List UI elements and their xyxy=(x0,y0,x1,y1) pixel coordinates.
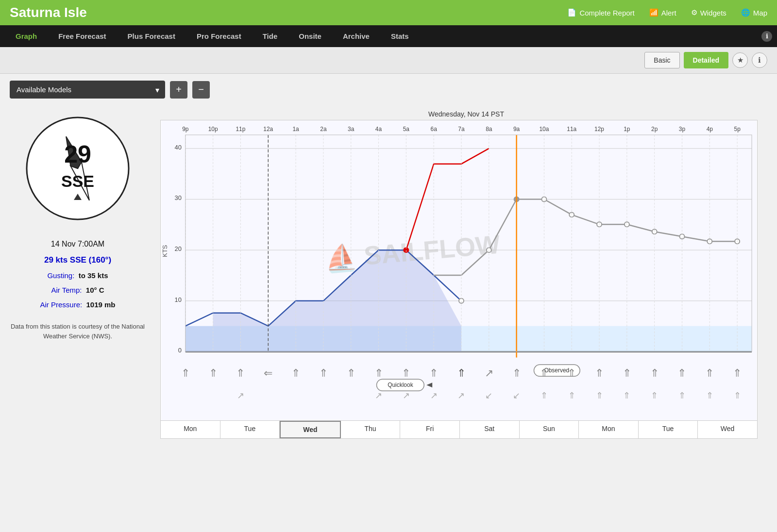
svg-text:⇑: ⇑ xyxy=(678,391,686,400)
favorite-button[interactable]: ★ xyxy=(732,52,748,68)
detailed-view-button[interactable]: Detailed xyxy=(684,52,728,68)
svg-text:KTS: KTS xyxy=(161,245,169,257)
svg-text:⇑: ⇑ xyxy=(236,367,245,379)
air-pressure-value: 1019 mb xyxy=(86,300,116,309)
gusting-value: to 35 kts xyxy=(79,271,108,280)
svg-text:⇑: ⇑ xyxy=(596,391,603,400)
day-nav: Mon Tue Wed Thu Fri Sat Sun Mon Tue Wed xyxy=(160,421,758,439)
info-air-pressure: Air Pressure: 1019 mb xyxy=(40,298,115,312)
info-air-temp: Air Temp: 10° C xyxy=(40,283,115,298)
day-label: Wednesday, Nov 14 PST xyxy=(160,110,772,118)
chart-area: Wednesday, Nov 14 PST 40 30 20 10 0 KTS xyxy=(155,110,777,439)
svg-text:5p: 5p xyxy=(734,126,741,133)
air-pressure-label: Air Pressure: xyxy=(40,300,82,309)
svg-text:⇑: ⇑ xyxy=(540,367,548,379)
day-nav-thu[interactable]: Thu xyxy=(341,421,401,438)
svg-text:11p: 11p xyxy=(236,126,245,133)
svg-text:↗: ↗ xyxy=(430,391,438,400)
nav-item-pro-forecast[interactable]: Pro Forecast xyxy=(186,25,252,47)
svg-text:10p: 10p xyxy=(208,126,218,133)
day-nav-sat[interactable]: Sat xyxy=(460,421,520,438)
widgets-link[interactable]: ⚙ Widgets xyxy=(691,8,726,17)
alert-link[interactable]: 📶 Alert xyxy=(649,8,676,17)
models-select[interactable]: Available Models xyxy=(10,81,165,99)
zoom-out-button[interactable]: − xyxy=(192,81,210,99)
svg-text:Quicklook: Quicklook xyxy=(388,382,413,388)
models-select-wrap: Available Models xyxy=(10,81,165,99)
nav-item-plus-forecast[interactable]: Plus Forecast xyxy=(117,25,186,47)
svg-text:⇑: ⇑ xyxy=(734,391,741,400)
svg-text:⇑: ⇑ xyxy=(512,367,521,379)
svg-text:⇑: ⇑ xyxy=(678,367,687,379)
nws-note: Data from this station is courtesy of th… xyxy=(10,322,146,341)
svg-text:⇑: ⇑ xyxy=(650,367,659,379)
svg-text:⇑: ⇑ xyxy=(291,367,300,379)
nav-item-tide[interactable]: Tide xyxy=(252,25,288,47)
day-nav-mon2[interactable]: Mon xyxy=(579,421,639,438)
star-icon: ★ xyxy=(737,56,743,65)
svg-text:10a: 10a xyxy=(539,126,549,133)
svg-text:4p: 4p xyxy=(707,126,713,133)
svg-text:2p: 2p xyxy=(651,126,658,133)
header-links: 📄 Complete Report 📶 Alert ⚙ Widgets 🌐 Ma… xyxy=(567,8,767,17)
models-row: Available Models + − xyxy=(0,74,777,105)
day-nav-wed[interactable]: Wed xyxy=(280,421,341,438)
svg-text:3p: 3p xyxy=(679,126,686,133)
svg-text:⇑: ⇑ xyxy=(181,367,190,379)
day-nav-sun[interactable]: Sun xyxy=(520,421,579,438)
svg-text:↗: ↗ xyxy=(403,391,410,400)
svg-text:⇑: ⇑ xyxy=(541,391,548,400)
svg-text:⇐: ⇐ xyxy=(264,367,272,379)
info-speed: 29 kts SSE (160°) xyxy=(40,252,115,268)
basic-view-button[interactable]: Basic xyxy=(644,52,679,68)
svg-text:1p: 1p xyxy=(624,126,630,133)
info-box: 14 Nov 7:00AM 29 kts SSE (160°) Gusting:… xyxy=(40,236,115,312)
nav-item-free-forecast[interactable]: Free Forecast xyxy=(48,25,117,47)
svg-text:11a: 11a xyxy=(567,126,576,133)
day-nav-tue2[interactable]: Tue xyxy=(639,421,698,438)
map-link[interactable]: 🌐 Map xyxy=(741,8,767,17)
svg-text:9a: 9a xyxy=(513,126,520,133)
compass-svg: 29 SSE xyxy=(24,115,131,222)
svg-text:⇑: ⇑ xyxy=(595,367,604,379)
svg-text:⇑: ⇑ xyxy=(347,367,355,379)
zoom-in-button[interactable]: + xyxy=(170,81,187,99)
left-panel: 29 SSE 14 Nov 7:00AM 29 kts SSE (160°) G… xyxy=(0,110,155,439)
svg-text:2a: 2a xyxy=(320,126,327,133)
day-nav-tue[interactable]: Tue xyxy=(220,421,280,438)
svg-text:6a: 6a xyxy=(431,126,438,133)
svg-text:20: 20 xyxy=(174,245,181,252)
svg-text:⇑: ⇑ xyxy=(457,367,466,379)
complete-report-link[interactable]: 📄 Complete Report xyxy=(567,8,634,17)
svg-text:⇑: ⇑ xyxy=(706,391,713,400)
svg-text:40: 40 xyxy=(174,144,181,151)
globe-icon: 🌐 xyxy=(741,8,750,17)
nav-info-icon[interactable]: ℹ xyxy=(761,31,772,42)
svg-text:↙: ↙ xyxy=(513,391,520,400)
svg-text:⇑: ⇑ xyxy=(429,367,438,379)
main-content: 29 SSE 14 Nov 7:00AM 29 kts SSE (160°) G… xyxy=(0,105,777,444)
air-temp-label: Air Temp: xyxy=(51,286,82,294)
svg-text:9p: 9p xyxy=(182,126,189,133)
svg-text:⇑: ⇑ xyxy=(623,367,631,379)
nav-item-archive[interactable]: Archive xyxy=(332,25,380,47)
svg-text:↗: ↗ xyxy=(457,391,465,400)
nav-item-stats[interactable]: Stats xyxy=(380,25,420,47)
day-nav-wed2[interactable]: Wed xyxy=(698,421,757,438)
nav-item-onsite[interactable]: Onsite xyxy=(288,25,332,47)
svg-text:5a: 5a xyxy=(403,126,410,133)
nav-item-graph[interactable]: Graph xyxy=(5,25,48,47)
svg-text:12a: 12a xyxy=(263,126,273,133)
day-nav-fri[interactable]: Fri xyxy=(400,421,460,438)
svg-text:0: 0 xyxy=(178,347,182,354)
compass-wrap: 29 SSE xyxy=(24,115,131,222)
svg-text:↗: ↗ xyxy=(375,391,382,400)
svg-text:12p: 12p xyxy=(594,126,604,133)
info-button[interactable]: ℹ xyxy=(752,52,767,68)
svg-text:↗: ↗ xyxy=(485,367,493,379)
day-nav-mon[interactable]: Mon xyxy=(161,421,220,438)
header: Saturna Isle 📄 Complete Report 📶 Alert ⚙… xyxy=(0,0,777,25)
svg-text:SSE: SSE xyxy=(61,172,94,190)
svg-text:30: 30 xyxy=(174,194,181,201)
air-temp-value: 10° C xyxy=(86,286,104,294)
